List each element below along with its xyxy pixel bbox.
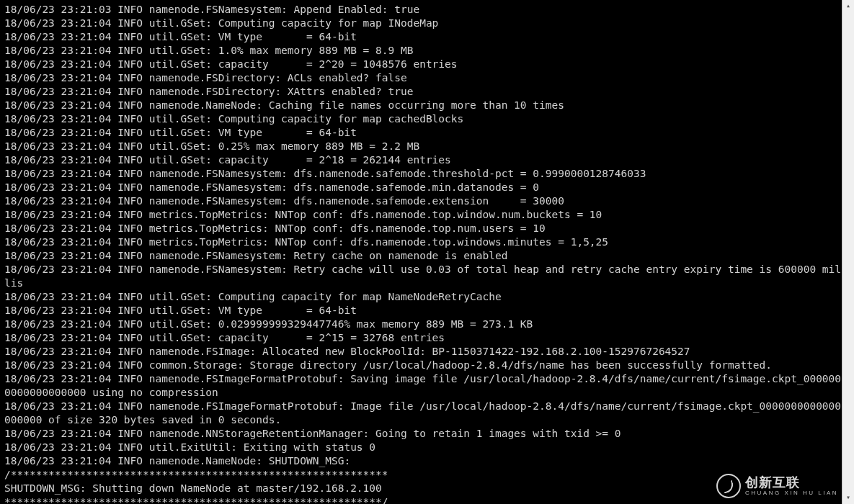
scroll-up-button[interactable]: ▴: [842, 0, 854, 12]
vertical-scrollbar[interactable]: ▴ ▾: [842, 0, 854, 504]
caret-up-icon: ▴: [846, 3, 850, 10]
terminal-output[interactable]: 18/06/23 23:21:03 INFO namenode.FSNamesy…: [0, 0, 842, 504]
caret-down-icon: ▾: [846, 495, 850, 502]
scroll-down-button[interactable]: ▾: [842, 492, 854, 504]
scrollbar-track[interactable]: [842, 12, 854, 492]
